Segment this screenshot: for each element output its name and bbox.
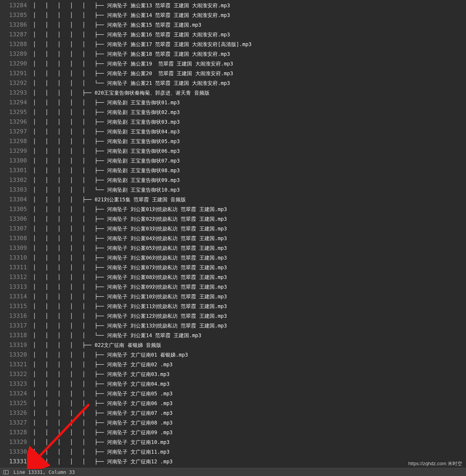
code-line[interactable]: │ │ │ │ │ ├── 河南坠子 文广征南06 .mp3	[33, 398, 466, 408]
code-line[interactable]: │ │ │ │ ├── 021刘公案15集 范翠霞 王建国 音频版	[33, 195, 466, 204]
line-number: 13320	[0, 350, 27, 360]
line-number: 13318	[0, 330, 27, 340]
code-line[interactable]: │ │ │ │ │ ├── 河南坠子 文广征南10.mp3	[33, 437, 466, 447]
line-number: 13297	[0, 127, 27, 136]
line-number: 13326	[0, 408, 27, 418]
line-number: 13288	[0, 39, 27, 49]
line-number: 13327	[0, 418, 27, 427]
code-line[interactable]: │ │ │ │ │ ├── 河南坠子 施公案20 范翠霞 王建国 大闹淮安府.m…	[33, 68, 466, 78]
line-number: 13313	[0, 282, 27, 292]
code-line[interactable]: │ │ │ │ │ ├── 河南坠子 刘公案09刘统勋私访 范翠霞 王建国.mp…	[33, 282, 466, 292]
code-line[interactable]: │ │ │ │ │ └── 河南坠子 刘公案14 范翠霞 王建国.mp3	[33, 330, 466, 340]
code-line[interactable]: │ │ │ │ │ ├── 河南坠剧 王宝童告御状03.mp3	[33, 117, 466, 127]
code-line[interactable]: │ │ │ │ │ ├── 河南坠剧 王宝童告御状08.mp3	[33, 165, 466, 175]
line-number: 13321	[0, 360, 27, 369]
line-number: 13291	[0, 68, 27, 78]
code-line[interactable]: │ │ │ │ │ ├── 河南坠子 文广征南04.mp3	[33, 379, 466, 389]
line-number: 13308	[0, 233, 27, 243]
code-line[interactable]: │ │ │ │ │ ├── 河南坠子 文广征南05 .mp3	[33, 389, 466, 398]
line-number: 13301	[0, 165, 27, 175]
code-line[interactable]: │ │ │ │ │ ├── 河南坠剧 王宝童告御状05.mp3	[33, 136, 466, 146]
code-line[interactable]: │ │ │ │ │ ├── 河南坠子 刘公案12刘统勋私访 范翠霞 王建国.mp…	[33, 311, 466, 321]
line-number: 13298	[0, 136, 27, 146]
line-number: 13331	[0, 457, 27, 466]
line-number: 13324	[0, 389, 27, 398]
code-line[interactable]: │ │ │ │ │ ├── 河南坠子 刘公案05刘统勋私访 范翠霞 王建国.mp…	[33, 243, 466, 253]
line-number: 13287	[0, 30, 27, 39]
code-line[interactable]: │ │ │ │ │ ├── 河南坠子 施公案16 范翠霞 王建国 大闹淮安府.m…	[33, 30, 466, 39]
line-number: 13306	[0, 214, 27, 224]
code-line[interactable]: │ │ │ │ ├── 022文广征南 崔银娣 音频版	[33, 340, 466, 350]
status-bar[interactable]: Line 13331, Column 33	[0, 468, 466, 476]
code-line[interactable]: │ │ │ │ │ ├── 河南坠子 施公案15 范翠霞 王建国.mp3	[33, 20, 466, 30]
watermark-text: https://zqhdz.com 米时空	[408, 460, 462, 467]
line-number: 13304	[0, 195, 27, 204]
editor-area[interactable]: 1328413285132861328713288132891329013291…	[0, 0, 466, 468]
line-number: 13316	[0, 311, 27, 321]
line-number: 13294	[0, 98, 27, 107]
panel-toggle-icon[interactable]	[3, 470, 9, 474]
line-number: 13285	[0, 10, 27, 20]
line-number: 13310	[0, 253, 27, 263]
code-line[interactable]: │ │ │ │ │ ├── 河南坠子 文广征南03.mp3	[33, 369, 466, 379]
code-line[interactable]: │ │ │ │ │ ├── 河南坠子 文广征南07 .mp3	[33, 408, 466, 418]
code-line[interactable]: │ │ │ │ │ ├── 河南坠子 刘公案06刘统勋私访 范翠霞 王建国.mp…	[33, 253, 466, 263]
line-number: 13314	[0, 292, 27, 301]
line-number: 13309	[0, 243, 27, 253]
line-number: 13323	[0, 379, 27, 389]
line-number: 13315	[0, 301, 27, 311]
line-number: 13325	[0, 398, 27, 408]
code-line[interactable]: │ │ │ │ │ ├── 河南坠剧 王宝童告御状01.mp3	[33, 98, 466, 107]
code-line[interactable]: │ │ │ │ │ ├── 河南坠子 施公案14 范翠霞 王建国 大闹淮安府.m…	[33, 10, 466, 20]
code-line[interactable]: │ │ │ │ │ ├── 河南坠子 刘公案04刘统勋私访 范翠霞 王建国.mp…	[33, 233, 466, 243]
code-line[interactable]: │ │ │ │ │ ├── 河南坠子 刘公案08刘统勋私访 范翠霞 王建国.mp…	[33, 272, 466, 282]
line-number: 13311	[0, 263, 27, 272]
code-line[interactable]: │ │ │ │ │ └── 河南坠子 施公案21 范翠霞 王建国 大闹淮安府.m…	[33, 78, 466, 88]
line-number-gutter: 1328413285132861328713288132891329013291…	[0, 0, 30, 468]
line-number: 13292	[0, 78, 27, 88]
code-line[interactable]: │ │ │ │ │ ├── 河南坠剧 王宝童告御状09.mp3	[33, 175, 466, 185]
code-line[interactable]: │ │ │ │ │ ├── 河南坠子 文广征南11.mp3	[33, 447, 466, 457]
code-line[interactable]: │ │ │ │ │ ├── 河南坠子 文广征南12 .mp3	[33, 457, 466, 466]
line-number: 13322	[0, 369, 27, 379]
line-number: 13290	[0, 59, 27, 68]
code-line[interactable]: │ │ │ │ │ ├── 河南坠剧 王宝童告御状06.mp3	[33, 146, 466, 156]
line-number: 13295	[0, 107, 27, 117]
status-cursor-position: Line 13331, Column 33	[13, 469, 75, 475]
line-number: 13284	[0, 1, 27, 10]
code-line[interactable]: │ │ │ │ │ ├── 河南坠子 刘公案11刘统勋私访 范翠霞 王建国.mp…	[33, 301, 466, 311]
code-line[interactable]: │ │ │ │ │ ├── 河南坠子 刘公案13刘统勋私访 范翠霞 王建国.mp…	[33, 321, 466, 330]
code-line[interactable]: │ │ │ │ │ ├── 河南坠子 刘公案10刘统勋私访 范翠霞 王建国.mp…	[33, 292, 466, 301]
line-number: 13312	[0, 272, 27, 282]
line-number: 13305	[0, 204, 27, 214]
line-number: 13300	[0, 156, 27, 165]
line-number: 13330	[0, 447, 27, 457]
line-number: 13328	[0, 427, 27, 437]
line-number: 13319	[0, 340, 27, 350]
code-line[interactable]: │ │ │ │ │ ├── 河南坠剧 王宝童告御状02.mp3	[33, 107, 466, 117]
code-line[interactable]: │ │ │ │ │ ├── 河南坠子 施公案13 范翠霞 王建国 大闹淮安府.m…	[33, 1, 466, 10]
line-number: 13299	[0, 146, 27, 156]
code-line[interactable]: │ │ │ │ ├── 020王宝童告御状秦梅菊、郭彦进、谢天青 音频版	[33, 88, 466, 98]
line-number: 13317	[0, 321, 27, 330]
line-number: 13302	[0, 175, 27, 185]
code-content[interactable]: │ │ │ │ │ ├── 河南坠子 施公案13 范翠霞 王建国 大闹淮安府.m…	[30, 0, 466, 468]
code-line[interactable]: │ │ │ │ │ ├── 河南坠剧 王宝童告御状07.mp3	[33, 156, 466, 165]
line-number: 13307	[0, 224, 27, 233]
code-line[interactable]: │ │ │ │ │ ├── 河南坠子 施公案17 范翠霞 王建国 大闹淮安府[高…	[33, 39, 466, 49]
code-line[interactable]: │ │ │ │ │ ├── 河南坠子 文广征南08 .mp3	[33, 418, 466, 427]
code-line[interactable]: │ │ │ │ │ ├── 河南坠子 文广征南09 .mp3	[33, 427, 466, 437]
code-line[interactable]: │ │ │ │ │ ├── 河南坠剧 王宝童告御状04.mp3	[33, 127, 466, 136]
line-number: 13286	[0, 20, 27, 30]
code-line[interactable]: │ │ │ │ │ ├── 河南坠子 文广征南01 崔银娣.mp3	[33, 350, 466, 360]
line-number: 13329	[0, 437, 27, 447]
code-line[interactable]: │ │ │ │ │ ├── 河南坠子 施公案18 范翠霞 王建国 大闹淮安府.m…	[33, 49, 466, 59]
code-line[interactable]: │ │ │ │ │ ├── 河南坠子 施公案19 范翠霞 王建国 大闹淮安府.m…	[33, 59, 466, 68]
code-line[interactable]: │ │ │ │ │ ├── 河南坠子 刘公案03刘统勋私访 范翠霞 王建国.mp…	[33, 224, 466, 233]
line-number: 13289	[0, 49, 27, 59]
code-line[interactable]: │ │ │ │ │ ├── 河南坠子 文广征南02 .mp3	[33, 360, 466, 369]
code-line[interactable]: │ │ │ │ │ ├── 河南坠子 刘公案01刘统勋私访 范翠霞 王建国.mp…	[33, 204, 466, 214]
code-line[interactable]: │ │ │ │ │ ├── 河南坠子 刘公案02刘统勋私访 范翠霞 王建国.mp…	[33, 214, 466, 224]
code-line[interactable]: │ │ │ │ │ ├── 河南坠子 刘公案07刘统勋私访 范翠霞 王建国.mp…	[33, 263, 466, 272]
code-line[interactable]: │ │ │ │ │ └── 河南坠剧 王宝童告御状10.mp3	[33, 185, 466, 195]
